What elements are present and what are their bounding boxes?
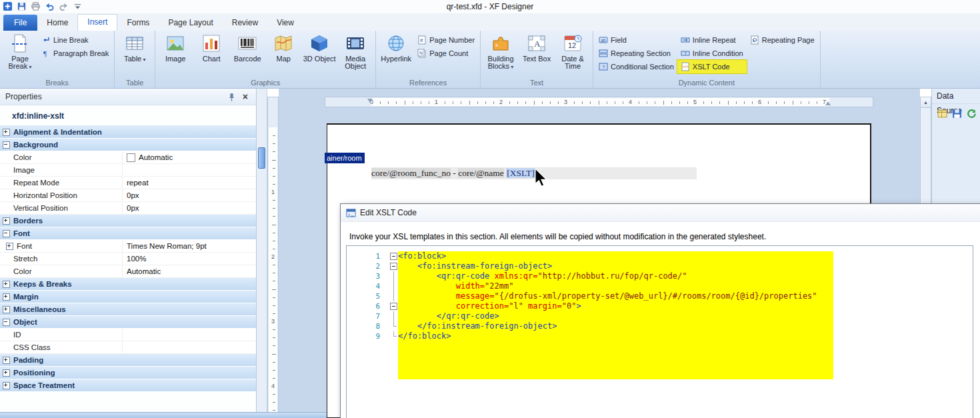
property-category-alignment-indentation[interactable]: Alignment & Indentation bbox=[0, 126, 256, 139]
property-category-positioning[interactable]: Positioning bbox=[0, 367, 256, 379]
expand-icon[interactable] bbox=[3, 217, 10, 225]
property-category-space-treatment[interactable]: Space Treatment bbox=[0, 379, 256, 392]
right-indent-marker[interactable] bbox=[825, 101, 831, 105]
code-line[interactable]: </fo:instream-foreign-object> bbox=[398, 321, 833, 331]
property-value-cell[interactable] bbox=[122, 164, 256, 176]
property-row-repeat-mode[interactable]: Repeat Moderepeat bbox=[0, 177, 256, 189]
field-token[interactable]: core/@name bbox=[458, 168, 504, 178]
property-category-background[interactable]: Background bbox=[0, 139, 256, 151]
code-line[interactable]: message="{/drofus-xml/property-set/@web_… bbox=[398, 291, 833, 301]
property-row-color[interactable]: ColorAutomatic bbox=[0, 151, 256, 164]
property-row-id[interactable]: ID bbox=[0, 329, 256, 341]
property-row-color[interactable]: ColorAutomatic bbox=[0, 265, 256, 278]
ribbon-button-line-break[interactable]: Line Break bbox=[38, 33, 112, 47]
code-line[interactable]: </qr:qr-code> bbox=[398, 311, 833, 321]
property-category-object[interactable]: Object bbox=[0, 316, 256, 329]
expand-icon[interactable] bbox=[3, 306, 10, 313]
code-line[interactable]: width="22mm" bbox=[398, 281, 833, 291]
ribbon-button-paragraph-break[interactable]: ¶Paragraph Break bbox=[38, 47, 112, 60]
code-fold-toggle-icon[interactable] bbox=[389, 251, 398, 261]
property-category-font[interactable]: Font bbox=[0, 227, 256, 240]
expand-icon[interactable] bbox=[3, 382, 10, 389]
properties-scrollbar[interactable] bbox=[257, 89, 267, 418]
datasource-save-icon[interactable] bbox=[951, 108, 963, 119]
ribbon-button-page-count[interactable]: NPage Count bbox=[414, 47, 478, 60]
property-category-padding[interactable]: Padding bbox=[0, 354, 256, 367]
property-row-font[interactable]: FontTimes New Roman; 9pt bbox=[0, 240, 256, 253]
expand-icon[interactable] bbox=[3, 293, 10, 301]
code-line[interactable]: <qr:qr-code xmlns:qr="http://hobbut.ru/f… bbox=[398, 271, 833, 281]
code-line[interactable]: <fo:block> bbox=[398, 251, 833, 261]
property-value-cell[interactable] bbox=[122, 341, 256, 353]
code-line[interactable]: <fo:instream-foreign-object> bbox=[398, 261, 833, 271]
property-value-cell[interactable]: Times New Roman; 9pt bbox=[122, 240, 256, 252]
property-category-miscellaneous[interactable]: Miscellaneous bbox=[0, 303, 256, 316]
ribbon-button-map[interactable]: Map bbox=[265, 32, 301, 63]
ribbon-button-hyperlink[interactable]: Hyperlink bbox=[378, 32, 414, 63]
property-category-keeps-breaks[interactable]: Keeps & Breaks bbox=[0, 278, 256, 291]
ribbon-button-page-number[interactable]: #Page Number bbox=[414, 33, 478, 47]
xslt-code-editor[interactable]: 123456789 <fo:block> <fo:instream-foreig… bbox=[346, 245, 973, 418]
ribbon-button-3d-object[interactable]: 3D Object bbox=[301, 32, 337, 63]
repeat-region-tag[interactable]: ainer/room bbox=[325, 153, 365, 163]
ribbon-button-repeating-section[interactable]: Repeating Section bbox=[595, 47, 677, 60]
code-line[interactable]: correction="l" margin="0"> bbox=[398, 301, 833, 311]
properties-horizontal-scrollbar[interactable] bbox=[0, 412, 327, 418]
ribbon-tab-insert[interactable]: Insert bbox=[77, 14, 117, 31]
ribbon-button-chart[interactable]: Chart bbox=[193, 32, 229, 63]
dialog-title-bar[interactable]: Edit XSLT Code bbox=[341, 204, 980, 222]
property-value-cell[interactable]: 0px bbox=[122, 189, 256, 201]
expand-icon[interactable] bbox=[3, 369, 10, 377]
scroll-up-button[interactable]: ▲ bbox=[921, 97, 931, 108]
datasource-new-icon[interactable] bbox=[937, 108, 948, 119]
ribbon-tab-review[interactable]: Review bbox=[223, 15, 267, 31]
datasource-refresh-icon[interactable] bbox=[966, 108, 977, 119]
property-category-margin[interactable]: Margin bbox=[0, 291, 256, 303]
ribbon-tab-view[interactable]: View bbox=[267, 15, 303, 31]
ribbon-button-date-time[interactable]: 12Date & Time bbox=[555, 32, 591, 70]
collapse-icon[interactable] bbox=[3, 141, 10, 149]
scrollbar-thumb[interactable] bbox=[258, 147, 265, 169]
property-value-cell[interactable]: 100% bbox=[122, 253, 256, 265]
property-value-cell[interactable]: 0px bbox=[122, 202, 256, 214]
field-token[interactable]: core/@room_func_no bbox=[371, 168, 451, 178]
pin-icon[interactable] bbox=[227, 92, 237, 102]
close-icon[interactable]: × bbox=[243, 92, 248, 101]
ribbon-tab-file[interactable]: File bbox=[3, 15, 37, 31]
highlighted-code-block[interactable]: <fo:block> <fo:instream-foreign-object> … bbox=[398, 251, 833, 379]
property-category-borders[interactable]: Borders bbox=[0, 215, 256, 227]
property-row-css-class[interactable]: CSS Class bbox=[0, 341, 256, 354]
property-value-cell[interactable]: Automatic bbox=[122, 265, 256, 277]
ribbon-tab-forms[interactable]: Forms bbox=[117, 15, 159, 31]
property-row-vertical-position[interactable]: Vertical Position0px bbox=[0, 202, 256, 215]
expand-icon[interactable] bbox=[3, 129, 10, 136]
property-value-cell[interactable]: repeat bbox=[122, 177, 256, 189]
expand-icon[interactable] bbox=[3, 357, 10, 364]
checkbox[interactable] bbox=[127, 153, 135, 162]
ribbon-button-inline-condition[interactable]: ?Inline Condition bbox=[677, 47, 747, 60]
property-value-cell[interactable] bbox=[122, 329, 256, 341]
expand-icon[interactable] bbox=[6, 243, 13, 250]
ribbon-button-barcode[interactable]: Barcode bbox=[229, 32, 265, 63]
property-value-cell[interactable]: Automatic bbox=[122, 151, 256, 163]
code-fold-toggle-icon[interactable] bbox=[389, 261, 398, 271]
xslt-token[interactable]: [XSLT] bbox=[506, 168, 535, 178]
left-indent-marker[interactable] bbox=[367, 99, 373, 103]
ribbon-button-table[interactable]: Table ▾ bbox=[117, 32, 153, 63]
ribbon-button-text-box[interactable]: AText Box bbox=[519, 32, 555, 63]
document-content-row[interactable]: core/@room_func_no - core/@name [XSLT] bbox=[371, 167, 697, 179]
ribbon-button-page-break[interactable]: Page Break ▾ bbox=[2, 32, 38, 71]
collapse-icon[interactable] bbox=[3, 230, 10, 237]
property-row-image[interactable]: Image bbox=[0, 164, 256, 177]
expand-icon[interactable] bbox=[3, 281, 10, 288]
ribbon-button-repeating-page[interactable]: Repeating Page bbox=[747, 33, 818, 47]
ribbon-tab-page-layout[interactable]: Page Layout bbox=[159, 15, 222, 31]
code-line[interactable]: </fo:block> bbox=[398, 331, 833, 341]
ribbon-button-xslt-code[interactable]: </>XSLT Code bbox=[677, 60, 747, 73]
ribbon-button-conditional-section[interactable]: ?Conditional Section bbox=[595, 60, 677, 73]
ribbon-tab-home[interactable]: Home bbox=[37, 15, 77, 31]
property-row-stretch[interactable]: Stretch100% bbox=[0, 253, 256, 265]
ribbon-button-field[interactable]: abField bbox=[595, 33, 677, 47]
ribbon-button-building-blocks[interactable]: Building Blocks ▾ bbox=[483, 32, 519, 71]
ribbon-button-media-object[interactable]: Media Object bbox=[337, 32, 373, 70]
